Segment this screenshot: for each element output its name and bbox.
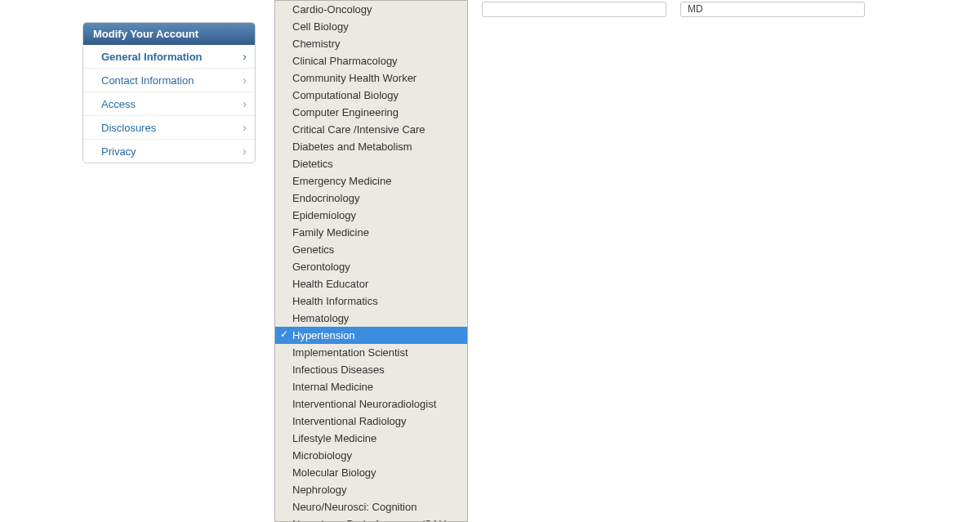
- dropdown-option[interactable]: Microbiology: [275, 447, 467, 464]
- dropdown-option[interactable]: Hypertension: [275, 327, 467, 344]
- dropdown-option[interactable]: Nephrology: [275, 481, 467, 498]
- dropdown-option[interactable]: Interventional Radiology: [275, 413, 467, 430]
- dropdown-option[interactable]: Computer Engineering: [275, 104, 467, 121]
- chevron-right-icon: ›: [243, 145, 247, 158]
- dropdown-option[interactable]: Cardio-Oncology: [275, 1, 467, 18]
- sidebar-item-label: Contact Information: [101, 74, 194, 87]
- dropdown-option[interactable]: Diabetes and Metabolism: [275, 138, 467, 155]
- dropdown-option[interactable]: Neurology: Brain Aneurysm/SAH: [275, 515, 467, 522]
- dropdown-option[interactable]: Genetics: [275, 241, 467, 258]
- sidebar-item-privacy[interactable]: Privacy›: [83, 139, 255, 163]
- sidebar-item-label: Disclosures: [101, 122, 156, 134]
- dropdown-option[interactable]: Neuro/Neurosci: Cognition: [275, 498, 467, 515]
- select-field-1[interactable]: [482, 2, 666, 17]
- dropdown-option[interactable]: Health Informatics: [275, 292, 467, 310]
- dropdown-option[interactable]: Hematology: [275, 310, 467, 327]
- sidebar-item-label: Privacy: [101, 145, 136, 158]
- dropdown-option[interactable]: Infectious Diseases: [275, 361, 467, 378]
- select-field-2[interactable]: MD: [680, 2, 865, 17]
- dropdown-option[interactable]: Implementation Scientist: [275, 344, 467, 361]
- dropdown-option[interactable]: Critical Care /Intensive Care: [275, 121, 467, 138]
- dropdown-option[interactable]: Computational Biology: [275, 87, 467, 104]
- dropdown-option[interactable]: Emergency Medicine: [275, 172, 467, 190]
- sidebar-item-access[interactable]: Access›: [83, 91, 255, 115]
- dropdown-option[interactable]: Epidemiology: [275, 207, 467, 224]
- dropdown-option[interactable]: Cell Biology: [275, 18, 467, 35]
- sidebar-item-disclosures[interactable]: Disclosures›: [83, 115, 255, 139]
- chevron-right-icon: ›: [243, 97, 247, 110]
- dropdown-option[interactable]: Lifestyle Medicine: [275, 430, 467, 447]
- sidebar-item-general-information[interactable]: General Information›: [83, 45, 255, 68]
- dropdown-option[interactable]: Family Medicine: [275, 224, 467, 241]
- dropdown-option[interactable]: Molecular Biology: [275, 464, 467, 481]
- sidebar-panel: Modify Your Account General Information›…: [82, 22, 256, 163]
- dropdown-option[interactable]: Endocrinology: [275, 190, 467, 207]
- specialty-dropdown[interactable]: Cardio-OncologyCell BiologyChemistryClin…: [274, 0, 468, 522]
- dropdown-option[interactable]: Community Health Worker: [275, 69, 467, 87]
- dropdown-option[interactable]: Chemistry: [275, 35, 467, 52]
- sidebar-item-label: Access: [101, 98, 136, 110]
- chevron-right-icon: ›: [243, 121, 247, 134]
- dropdown-option[interactable]: Gerontology: [275, 258, 467, 275]
- dropdown-option[interactable]: Health Educator: [275, 275, 467, 292]
- chevron-right-icon: ›: [243, 50, 247, 63]
- dropdown-option[interactable]: Interventional Neuroradiologist: [275, 395, 467, 413]
- dropdown-option[interactable]: Internal Medicine: [275, 378, 467, 395]
- sidebar-item-label: General Information: [101, 51, 203, 63]
- dropdown-option[interactable]: Dietetics: [275, 155, 467, 172]
- dropdown-option[interactable]: Clinical Pharmacology: [275, 52, 467, 69]
- chevron-right-icon: ›: [243, 74, 247, 87]
- sidebar-item-contact-information[interactable]: Contact Information›: [83, 68, 255, 91]
- sidebar-header: Modify Your Account: [83, 23, 255, 45]
